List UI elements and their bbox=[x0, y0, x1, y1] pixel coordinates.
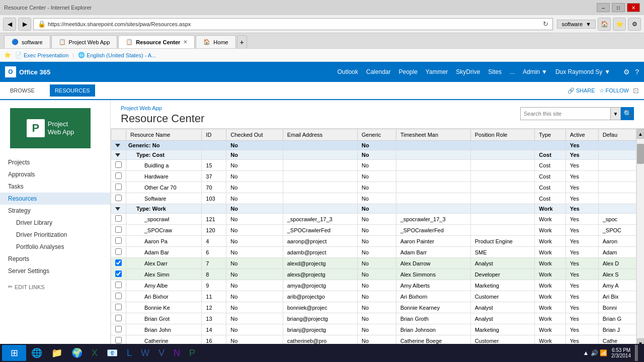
row-checkbox[interactable] bbox=[115, 184, 122, 190]
col-resource-name[interactable]: Resource Name bbox=[126, 129, 202, 141]
taskbar-excel[interactable]: X bbox=[88, 345, 102, 361]
row-checkbox[interactable] bbox=[115, 282, 122, 288]
col-active[interactable]: Active bbox=[566, 129, 598, 141]
taskbar-chrome[interactable]: 🌍 bbox=[67, 345, 87, 361]
taskbar-outlook[interactable]: 📧 bbox=[103, 345, 122, 361]
checkbox-cell[interactable] bbox=[111, 291, 126, 302]
checkbox-cell[interactable] bbox=[111, 258, 126, 269]
row-checkbox[interactable] bbox=[115, 304, 122, 310]
minimize-btn[interactable]: – bbox=[597, 3, 610, 12]
taskbar-visio[interactable]: V bbox=[154, 345, 169, 361]
checkbox-cell[interactable] bbox=[111, 193, 126, 204]
taskbar-ie[interactable]: 🌐 bbox=[27, 345, 46, 361]
fav-english[interactable]: 🌐 English (United States) - A... bbox=[78, 52, 156, 58]
close-btn[interactable]: ✕ bbox=[627, 3, 640, 12]
refresh-icon[interactable]: ↻ bbox=[543, 20, 548, 28]
row-checkbox[interactable] bbox=[115, 259, 122, 266]
table-scroll[interactable]: Resource Name ID Checked Out Email Addre… bbox=[111, 129, 636, 348]
nav-yammer[interactable]: Yammer bbox=[426, 68, 448, 75]
search-btn[interactable]: 🔍 bbox=[621, 107, 634, 120]
focus-icon[interactable]: ⊡ bbox=[633, 86, 639, 95]
sidebar-item-resources[interactable]: Resources bbox=[0, 193, 110, 205]
tab-home[interactable]: 🏠 Home bbox=[196, 35, 235, 48]
tray-icons[interactable]: ▲ 🔊 📶 bbox=[583, 349, 608, 356]
col-position[interactable]: Position Role bbox=[470, 129, 535, 141]
checkbox-cell[interactable] bbox=[111, 225, 126, 236]
row-checkbox[interactable] bbox=[115, 172, 122, 179]
show-desktop-btn[interactable] bbox=[635, 345, 638, 361]
nav-skydrive[interactable]: SkyDrive bbox=[456, 68, 480, 75]
sidebar-item-reports[interactable]: Reports bbox=[0, 253, 110, 265]
row-checkbox[interactable] bbox=[115, 195, 122, 201]
checkbox-cell[interactable] bbox=[111, 313, 126, 324]
nav-calendar[interactable]: Calendar bbox=[366, 68, 391, 75]
col-timesheet[interactable]: Timesheet Man bbox=[396, 129, 470, 141]
row-checkbox[interactable] bbox=[115, 326, 122, 332]
sidebar-item-approvals[interactable]: Approvals bbox=[0, 168, 110, 180]
nav-admin[interactable]: Admin ▼ bbox=[523, 68, 547, 75]
row-checkbox[interactable] bbox=[115, 215, 122, 222]
tab-resource-center[interactable]: 📋 Resource Center ✕ bbox=[118, 35, 195, 48]
tab-software[interactable]: 🔵 software bbox=[4, 35, 50, 48]
edit-links-btn[interactable]: ✏ EDIT LINKS bbox=[0, 281, 110, 293]
address-bar[interactable]: 🔒 https://meetdux.sharepoint.com/sites/p… bbox=[33, 18, 553, 30]
sidebar-item-projects[interactable]: Projects bbox=[0, 156, 110, 168]
checkbox-cell[interactable] bbox=[111, 302, 126, 313]
sidebar-item-driver-library[interactable]: Driver Library bbox=[0, 217, 110, 229]
o365-user[interactable]: Dux Raymond Sy ▼ bbox=[555, 68, 610, 75]
checkbox-cell[interactable] bbox=[111, 280, 126, 291]
ribbon-tab-resources[interactable]: RESOURCES bbox=[50, 84, 95, 97]
search-dropdown-btn[interactable]: ▼ bbox=[611, 107, 621, 120]
checkbox-cell[interactable] bbox=[111, 214, 126, 225]
taskbar-explorer[interactable]: 📁 bbox=[47, 345, 66, 361]
start-button[interactable]: ⊞ bbox=[2, 345, 26, 361]
taskbar-onenote[interactable]: N bbox=[170, 345, 184, 361]
maximize-btn[interactable]: □ bbox=[612, 3, 625, 12]
col-default[interactable]: Defau bbox=[598, 129, 636, 141]
nav-more[interactable]: ... bbox=[510, 68, 515, 75]
col-checked-out[interactable]: Checked Out bbox=[226, 129, 283, 141]
col-id[interactable]: ID bbox=[202, 129, 226, 141]
checkbox-cell[interactable] bbox=[111, 269, 126, 280]
ribbon-tab-browse[interactable]: BROWSE bbox=[5, 84, 40, 97]
share-btn[interactable]: 🔗 SHARE bbox=[568, 87, 595, 94]
favorites-btn[interactable]: ⭐ bbox=[613, 18, 626, 31]
row-checkbox[interactable] bbox=[115, 237, 122, 244]
checkbox-cell[interactable] bbox=[111, 171, 126, 182]
fav-exec-presentation[interactable]: 📄 Exec Presentation bbox=[15, 52, 68, 58]
sidebar-item-driver-prioritization[interactable]: Driver Prioritization bbox=[0, 229, 110, 241]
sidebar-item-tasks[interactable]: Tasks bbox=[0, 180, 110, 193]
scroll-up-btn[interactable]: ▲ bbox=[637, 129, 644, 139]
nav-outlook[interactable]: Outlook bbox=[337, 68, 358, 75]
settings-icon[interactable]: ⚙ bbox=[623, 68, 630, 76]
checkbox-cell[interactable] bbox=[111, 160, 126, 171]
help-icon[interactable]: ? bbox=[635, 68, 639, 76]
tools-btn[interactable]: ⚙ bbox=[628, 18, 641, 31]
sidebar-item-strategy[interactable]: Strategy bbox=[0, 205, 110, 217]
follow-btn[interactable]: ☆ FOLLOW bbox=[599, 87, 629, 94]
nav-people[interactable]: People bbox=[398, 68, 417, 75]
scroll-track[interactable] bbox=[637, 139, 644, 338]
row-checkbox[interactable] bbox=[115, 226, 122, 233]
tab-project-web-app[interactable]: 📋 Project Web App bbox=[51, 35, 118, 48]
checkbox-cell[interactable] bbox=[111, 182, 126, 193]
checkbox-cell[interactable] bbox=[111, 247, 126, 258]
taskbar-word[interactable]: W bbox=[137, 345, 153, 361]
taskbar-project[interactable]: P bbox=[185, 345, 199, 361]
row-checkbox[interactable] bbox=[115, 337, 122, 343]
table-container[interactable]: Resource Name ID Checked Out Email Addre… bbox=[111, 129, 644, 348]
vertical-scrollbar[interactable]: ▲ ▼ bbox=[636, 129, 644, 348]
checkbox-cell[interactable] bbox=[111, 236, 126, 247]
row-checkbox[interactable] bbox=[115, 161, 122, 168]
row-checkbox[interactable] bbox=[115, 270, 122, 277]
col-email[interactable]: Email Address bbox=[283, 129, 357, 141]
home-btn[interactable]: 🏠 bbox=[598, 18, 611, 31]
sidebar-item-server-settings[interactable]: Server Settings bbox=[0, 265, 110, 277]
search-input[interactable] bbox=[520, 107, 611, 120]
checkbox-cell[interactable] bbox=[111, 324, 126, 335]
taskbar-lync[interactable]: L bbox=[123, 345, 136, 361]
nav-sites[interactable]: Sites bbox=[488, 68, 502, 75]
sidebar-item-portfolio-analyses[interactable]: Portfolio Analyses bbox=[0, 241, 110, 253]
row-checkbox[interactable] bbox=[115, 293, 122, 299]
scroll-thumb[interactable] bbox=[637, 144, 644, 164]
